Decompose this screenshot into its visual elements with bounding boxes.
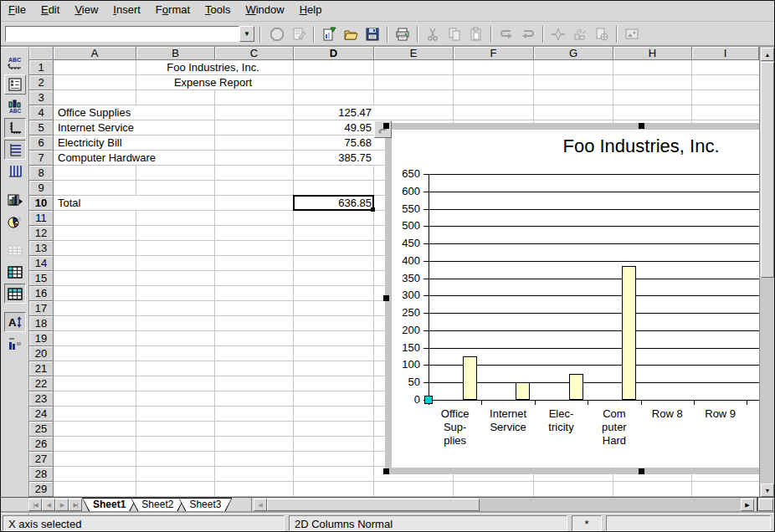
row-header-24[interactable]: 24 — [29, 407, 54, 422]
y-axis-label[interactable]: 400 — [392, 254, 420, 268]
tab-nav-first-button[interactable]: |◀ — [28, 499, 42, 511]
cell-B1[interactable]: Foo Industries, Inc. — [137, 60, 289, 74]
row-header-26[interactable]: 26 — [29, 437, 54, 452]
toolbar-button-print[interactable] — [393, 24, 413, 44]
sidebar-button-legend-on-off[interactable] — [4, 74, 26, 95]
column-header-E[interactable]: E — [374, 47, 454, 60]
row-header-23[interactable]: 23 — [29, 391, 54, 407]
chart-bar-office-supplies[interactable] — [463, 356, 477, 400]
row-header-25[interactable]: 25 — [29, 422, 54, 437]
fill-handle[interactable] — [371, 207, 375, 212]
column-header-C[interactable]: C — [215, 47, 294, 60]
chart-bar-computer-hard[interactable] — [622, 266, 636, 400]
menu-item-file[interactable]: File — [1, 1, 33, 18]
chart-selection-handle[interactable] — [383, 123, 389, 129]
row-header-6[interactable]: 6 — [29, 136, 54, 151]
cell-A4[interactable]: Office Supplies — [54, 105, 210, 120]
x-axis-category-label[interactable]: InternetService — [481, 407, 535, 434]
cell-B2[interactable]: Expense Report — [137, 75, 289, 90]
sidebar-button-axes-on-off[interactable] — [4, 118, 26, 138]
horizontal-scrollbar[interactable] — [267, 499, 741, 511]
y-axis-label[interactable]: 150 — [392, 341, 420, 355]
row-header-15[interactable]: 15 — [29, 271, 54, 286]
sidebar-button-autoformat-chart[interactable] — [4, 212, 26, 232]
menu-item-edit[interactable]: Edit — [33, 1, 67, 18]
row-header-12[interactable]: 12 — [29, 226, 54, 241]
column-header-H[interactable]: H — [613, 47, 692, 60]
row-header-16[interactable]: 16 — [29, 286, 54, 301]
select-all-corner[interactable] — [29, 47, 54, 60]
y-axis-label[interactable]: 300 — [392, 289, 420, 302]
row-header-14[interactable]: 14 — [29, 256, 54, 271]
toolbar-button-new-document[interactable] — [319, 24, 339, 44]
vertical-scroll-thumb[interactable] — [761, 62, 774, 278]
column-header-D[interactable]: D — [294, 47, 374, 60]
cell-A6[interactable]: Electricity Bill — [54, 136, 210, 150]
url-combo[interactable]: ▼ — [5, 26, 254, 42]
cell-A5[interactable]: Internet Service — [54, 120, 210, 135]
row-header-21[interactable]: 21 — [29, 361, 54, 376]
row-header-2[interactable]: 2 — [29, 75, 54, 90]
hscroll-right-button[interactable]: ▶ — [741, 499, 754, 511]
row-header-4[interactable]: 4 — [29, 105, 54, 120]
chart-y-axis[interactable] — [429, 174, 429, 401]
y-axis-label[interactable]: 0 — [392, 393, 420, 407]
chart-x-axis[interactable] — [429, 400, 759, 401]
toolbar-button-save[interactable] — [362, 24, 382, 44]
chart-bar-electricity[interactable] — [569, 374, 583, 400]
scroll-down-button[interactable]: ▼ — [761, 483, 774, 497]
horizontal-scroll-thumb[interactable] — [267, 499, 480, 511]
sheet-tab-sheet3[interactable]: Sheet3 — [178, 498, 232, 512]
column-header-G[interactable]: G — [534, 47, 613, 60]
row-header-10[interactable]: 10 — [29, 196, 54, 211]
column-header-I[interactable]: I — [692, 47, 759, 60]
row-header-28[interactable]: 28 — [29, 467, 54, 482]
sidebar-button-reorganize-chart[interactable] — [4, 334, 26, 354]
menu-item-insert[interactable]: Insert — [105, 1, 148, 18]
x-axis-category-label[interactable]: Row 9 — [694, 407, 747, 421]
toolbar-button-open[interactable] — [341, 24, 361, 44]
x-axis-category-label[interactable]: ComputerHard — [588, 407, 641, 448]
sidebar-button-data-in-rows[interactable] — [4, 262, 26, 282]
menu-item-window[interactable]: Window — [238, 1, 291, 18]
x-axis-selection-handle[interactable] — [424, 396, 433, 404]
chart-object[interactable]: Foo Industries, Inc. 0501001502002503003… — [385, 123, 759, 474]
menu-item-format[interactable]: Format — [148, 1, 198, 18]
sidebar-button-vertical-grid[interactable] — [4, 161, 26, 182]
menu-item-help[interactable]: Help — [292, 1, 330, 18]
row-header-20[interactable]: 20 — [29, 346, 54, 361]
y-axis-label[interactable]: 350 — [392, 272, 420, 285]
row-header-17[interactable]: 17 — [29, 301, 54, 316]
column-header-B[interactable]: B — [136, 47, 215, 60]
y-axis-label[interactable]: 500 — [392, 219, 420, 233]
row-header-3[interactable]: 3 — [29, 90, 54, 105]
vertical-scrollbar[interactable]: ▲ ▼ — [759, 47, 774, 498]
row-header-9[interactable]: 9 — [29, 181, 54, 196]
y-axis-label[interactable]: 650 — [392, 167, 420, 181]
row-header-5[interactable]: 5 — [29, 120, 54, 136]
chart-selection-handle[interactable] — [639, 468, 644, 474]
chart-bar-internet-service[interactable] — [516, 382, 530, 400]
row-header-22[interactable]: 22 — [29, 376, 54, 391]
sidebar-button-horizontal-grid[interactable] — [4, 140, 26, 160]
menu-item-tools[interactable]: Tools — [198, 1, 238, 18]
sidebar-button-data-in-columns[interactable] — [4, 284, 26, 304]
x-axis-category-label[interactable]: Row 8 — [640, 407, 694, 421]
chart-title[interactable]: Foo Industries, Inc. — [392, 136, 759, 157]
chart-selection-handle[interactable] — [383, 468, 389, 474]
sidebar-button-titles-on-off[interactable]: ABC — [4, 53, 26, 73]
sheet-tab-sheet2[interactable]: Sheet2 — [131, 498, 184, 512]
url-combo-dropdown-button[interactable]: ▼ — [239, 26, 254, 42]
cell-D5[interactable]: 49.95 — [295, 120, 375, 135]
cell-D4[interactable]: 125.47 — [295, 105, 375, 120]
x-axis-category-label[interactable]: OfficeSup-plies — [429, 407, 482, 448]
y-axis-label[interactable]: 200 — [392, 324, 420, 337]
chart-selection-handle[interactable] — [639, 123, 644, 129]
sidebar-button-axes-title-on-off[interactable]: ABC — [4, 96, 26, 116]
y-axis-label[interactable]: 450 — [392, 237, 420, 250]
column-header-F[interactable]: F — [454, 47, 534, 60]
row-header-29[interactable]: 29 — [29, 482, 54, 497]
sidebar-button-chart-type[interactable] — [4, 190, 26, 210]
y-axis-label[interactable]: 250 — [392, 306, 420, 320]
tab-nav-last-button[interactable]: ▶| — [69, 499, 82, 511]
